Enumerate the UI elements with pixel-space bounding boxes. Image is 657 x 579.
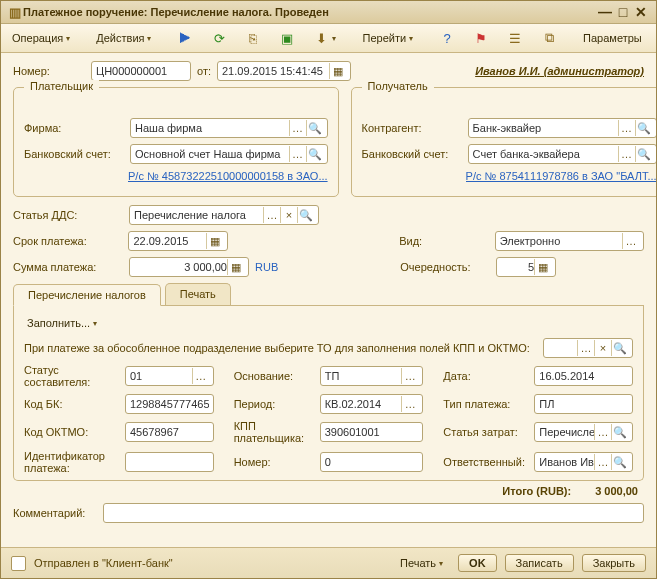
tool-post-button[interactable]: ⯈ bbox=[170, 27, 200, 49]
payer-account-input[interactable] bbox=[135, 145, 289, 163]
kbk-field[interactable] bbox=[125, 394, 214, 414]
to-field[interactable]: … × 🔍 bbox=[543, 338, 633, 358]
reason-field[interactable]: … bbox=[320, 366, 424, 386]
select-icon[interactable]: … bbox=[401, 396, 418, 412]
kind-input[interactable] bbox=[500, 232, 622, 250]
operation-menu[interactable]: Операция ▾ bbox=[5, 29, 77, 47]
select-icon[interactable]: … bbox=[263, 207, 280, 223]
due-field[interactable]: ▦ bbox=[128, 231, 228, 251]
tdate-input[interactable] bbox=[539, 367, 628, 385]
tool-attach-button[interactable]: ⬇▾ bbox=[306, 27, 343, 49]
payee-rs-link[interactable]: Р/с № 8754111978786 в ЗАО "БАЛТ... bbox=[466, 170, 656, 182]
firm-field[interactable]: … 🔍 bbox=[130, 118, 328, 138]
lookup-icon[interactable]: 🔍 bbox=[306, 120, 323, 136]
period-field[interactable]: … bbox=[320, 394, 424, 414]
firm-input[interactable] bbox=[135, 119, 289, 137]
kind-field[interactable]: … bbox=[495, 231, 644, 251]
num-field[interactable] bbox=[320, 452, 424, 472]
status-field[interactable]: … bbox=[125, 366, 214, 386]
kbk-input[interactable] bbox=[130, 395, 209, 413]
maximize-button[interactable]: □ bbox=[614, 4, 632, 20]
resp-field[interactable]: …🔍 bbox=[534, 452, 633, 472]
save-button[interactable]: Записать bbox=[505, 554, 574, 572]
tool-list-button[interactable]: ☰ bbox=[500, 27, 530, 49]
tool-help-button[interactable]: ? bbox=[432, 27, 462, 49]
id-field[interactable] bbox=[125, 452, 214, 472]
clear-icon[interactable]: × bbox=[594, 340, 611, 356]
select-icon[interactable]: … bbox=[618, 146, 635, 162]
sent-checkbox[interactable] bbox=[11, 556, 26, 571]
payer-rs-link[interactable]: Р/с № 45873222510000000158 в ЗАО... bbox=[128, 170, 328, 182]
calendar-icon[interactable]: ▦ bbox=[329, 63, 346, 79]
contragent-field[interactable]: … 🔍 bbox=[468, 118, 656, 138]
oktmo-field[interactable] bbox=[125, 422, 214, 442]
kpp-field[interactable] bbox=[320, 422, 424, 442]
lookup-icon[interactable]: 🔍 bbox=[611, 424, 628, 440]
go-menu[interactable]: Перейти ▾ bbox=[355, 29, 420, 47]
payee-account-input[interactable] bbox=[473, 145, 618, 163]
lookup-icon[interactable]: 🔍 bbox=[635, 146, 652, 162]
dds-input[interactable] bbox=[134, 206, 263, 224]
number-input[interactable] bbox=[96, 62, 186, 80]
due-input[interactable] bbox=[133, 232, 206, 250]
clear-icon[interactable]: × bbox=[280, 207, 297, 223]
tab-tax[interactable]: Перечисление налогов bbox=[13, 284, 161, 306]
lookup-icon[interactable]: 🔍 bbox=[297, 207, 314, 223]
period-input[interactable] bbox=[325, 395, 402, 413]
tool-copy-button[interactable]: ⎘ bbox=[238, 27, 268, 49]
tdate-field[interactable] bbox=[534, 366, 633, 386]
id-input[interactable] bbox=[130, 453, 209, 471]
order-field[interactable]: ▦ bbox=[496, 257, 556, 277]
tool-based-button[interactable]: ▣ bbox=[272, 27, 302, 49]
lookup-icon[interactable]: 🔍 bbox=[611, 454, 628, 470]
tool-structure-button[interactable]: ⚑ bbox=[466, 27, 496, 49]
sum-input[interactable] bbox=[134, 258, 227, 276]
minimize-button[interactable]: — bbox=[596, 4, 614, 20]
comment-input[interactable] bbox=[108, 504, 639, 522]
cost-input[interactable] bbox=[539, 423, 594, 441]
select-icon[interactable]: … bbox=[622, 233, 639, 249]
oktmo-input[interactable] bbox=[130, 423, 209, 441]
tab-print[interactable]: Печать bbox=[165, 283, 231, 305]
calendar-icon[interactable]: ▦ bbox=[206, 233, 223, 249]
select-icon[interactable]: … bbox=[289, 120, 306, 136]
num-input[interactable] bbox=[325, 453, 419, 471]
print-menu[interactable]: Печать ▾ bbox=[393, 554, 450, 572]
lookup-icon[interactable]: 🔍 bbox=[635, 120, 652, 136]
select-icon[interactable]: … bbox=[289, 146, 306, 162]
close-form-button[interactable]: Закрыть bbox=[582, 554, 646, 572]
ok-button[interactable]: OK bbox=[458, 554, 497, 572]
select-icon[interactable]: … bbox=[577, 340, 594, 356]
select-icon[interactable]: … bbox=[594, 424, 611, 440]
select-icon[interactable]: … bbox=[401, 368, 418, 384]
status-input[interactable] bbox=[130, 367, 192, 385]
cost-field[interactable]: …🔍 bbox=[534, 422, 633, 442]
date-field[interactable]: ▦ bbox=[217, 61, 351, 81]
resp-input[interactable] bbox=[539, 453, 594, 471]
tool-refresh-button[interactable]: ⟳ bbox=[204, 27, 234, 49]
select-icon[interactable]: … bbox=[618, 120, 635, 136]
order-input[interactable] bbox=[501, 258, 534, 276]
calc-icon[interactable]: ▦ bbox=[534, 259, 551, 275]
ptype-field[interactable] bbox=[534, 394, 633, 414]
select-icon[interactable]: … bbox=[192, 368, 209, 384]
reason-input[interactable] bbox=[325, 367, 402, 385]
close-button[interactable]: ✕ bbox=[632, 4, 650, 20]
lookup-icon[interactable]: 🔍 bbox=[611, 340, 628, 356]
tool-config-button[interactable]: ⧉ bbox=[534, 27, 564, 49]
lookup-icon[interactable]: 🔍 bbox=[306, 146, 323, 162]
actions-menu[interactable]: Действия ▾ bbox=[89, 29, 158, 47]
fill-menu[interactable]: Заполнить... ▾ bbox=[24, 314, 104, 332]
to-input[interactable] bbox=[548, 339, 577, 357]
ptype-input[interactable] bbox=[539, 395, 628, 413]
kpp-input[interactable] bbox=[325, 423, 419, 441]
sum-field[interactable]: ▦ bbox=[129, 257, 249, 277]
select-icon[interactable]: … bbox=[594, 454, 611, 470]
payee-account-field[interactable]: … 🔍 bbox=[468, 144, 656, 164]
calc-icon[interactable]: ▦ bbox=[227, 259, 244, 275]
number-field[interactable] bbox=[91, 61, 191, 81]
user-link[interactable]: Иванов И.И. (администратор) bbox=[475, 65, 644, 77]
dds-field[interactable]: … × 🔍 bbox=[129, 205, 319, 225]
comment-field[interactable] bbox=[103, 503, 644, 523]
date-input[interactable] bbox=[222, 62, 329, 80]
